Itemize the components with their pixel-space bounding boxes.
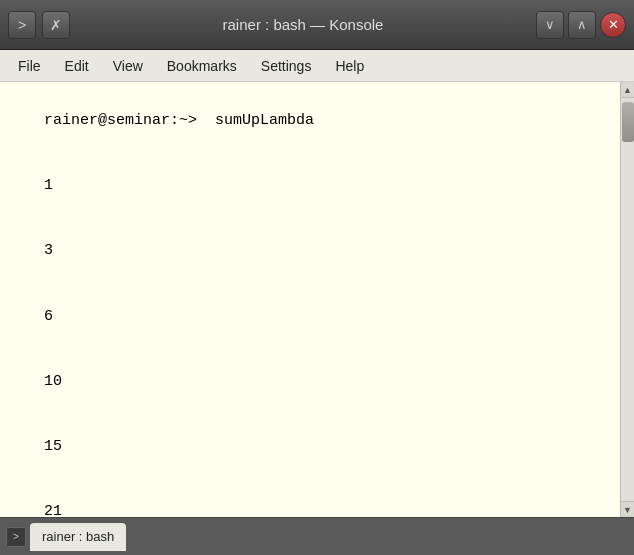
terminal-line-5: 15: [44, 438, 62, 455]
title-bar-controls: ∨ ∧ ✕: [536, 11, 626, 39]
terminal-line-4: 10: [44, 373, 62, 390]
new-tab-icon-label: >: [13, 531, 19, 542]
tab-bar: > rainer : bash: [0, 517, 634, 555]
minimize-button[interactable]: ∨: [536, 11, 564, 39]
menu-bar: File Edit View Bookmarks Settings Help: [0, 50, 634, 82]
terminal-line-1: 1: [44, 177, 53, 194]
menu-view[interactable]: View: [103, 54, 153, 78]
tab-label: rainer : bash: [42, 529, 114, 544]
menu-settings[interactable]: Settings: [251, 54, 322, 78]
maximize-icon: ∧: [577, 17, 587, 32]
scroll-up-button[interactable]: ▲: [621, 82, 635, 98]
new-tab-icon: >: [18, 17, 26, 33]
terminal-output[interactable]: rainer@seminar:~> sumUpLambda 1 3 6 10 1…: [0, 82, 620, 517]
title-bar-left: > ✗: [8, 11, 70, 39]
scrollbar-thumb[interactable]: [622, 102, 634, 142]
terminal-line-3: 6: [44, 308, 53, 325]
menu-edit[interactable]: Edit: [55, 54, 99, 78]
terminal-line-6: 21: [44, 503, 62, 517]
window-title: rainer : bash — Konsole: [70, 16, 536, 33]
menu-help[interactable]: Help: [325, 54, 374, 78]
terminal-wrapper: rainer@seminar:~> sumUpLambda 1 3 6 10 1…: [0, 82, 634, 517]
new-tab-icon[interactable]: >: [6, 527, 26, 547]
close-button[interactable]: ✕: [600, 12, 626, 38]
scrollbar[interactable]: ▲ ▼: [620, 82, 634, 517]
tab-rainer-bash[interactable]: rainer : bash: [30, 523, 126, 551]
minimize-icon: ∨: [545, 17, 555, 32]
terminal-line-prompt: rainer@seminar:~> sumUpLambda: [44, 112, 314, 129]
detach-icon: ✗: [50, 17, 62, 33]
scroll-down-button[interactable]: ▼: [621, 501, 635, 517]
maximize-button[interactable]: ∧: [568, 11, 596, 39]
title-bar: > ✗ rainer : bash — Konsole ∨ ∧ ✕: [0, 0, 634, 50]
scrollbar-track[interactable]: [621, 98, 634, 501]
menu-file[interactable]: File: [8, 54, 51, 78]
terminal-line-2: 3: [44, 242, 53, 259]
new-tab-button[interactable]: >: [8, 11, 36, 39]
close-icon: ✕: [608, 17, 619, 32]
detach-button[interactable]: ✗: [42, 11, 70, 39]
menu-bookmarks[interactable]: Bookmarks: [157, 54, 247, 78]
